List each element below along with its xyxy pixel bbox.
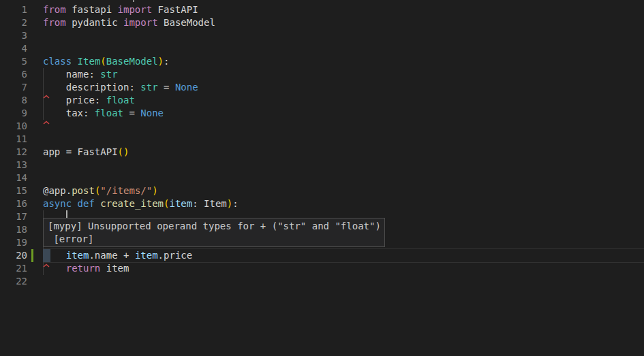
code-line[interactable]: 3: [0, 29, 644, 42]
code-line[interactable]: 20 item.name + item.price: [0, 249, 644, 262]
viewport-top-artifact: [133, 0, 134, 2]
code-line[interactable]: 10: [0, 120, 644, 133]
code-text: description: str = None: [43, 82, 198, 93]
code-text: tax: float = None: [43, 108, 164, 118]
line-number[interactable]: 13: [0, 159, 27, 172]
tooltip-message: [mypy] Unsupported operand types for + (…: [48, 220, 380, 233]
code-editor: 1from fastapi import FastAPI2from pydant…: [0, 0, 644, 356]
code-line[interactable]: 6 name: str: [0, 68, 644, 81]
line-number[interactable]: 15: [0, 184, 27, 197]
line-number[interactable]: 4: [0, 42, 27, 55]
line-number[interactable]: 20: [0, 249, 27, 262]
line-number[interactable]: 5: [0, 55, 27, 68]
line-number[interactable]: 21: [0, 262, 27, 275]
modified-line-indicator: [31, 249, 33, 262]
code-text: async def create_item(item: Item):: [43, 198, 239, 209]
line-number[interactable]: 18: [0, 223, 27, 236]
error-squiggle-icon: [43, 259, 50, 263]
code-line[interactable]: 7 description: str = None: [0, 81, 644, 94]
diagnostic-hover-tooltip[interactable]: [mypy] Unsupported operand types for + (…: [43, 218, 385, 247]
line-number[interactable]: 6: [0, 68, 27, 81]
code-line[interactable]: 9 tax: float = None: [0, 107, 644, 120]
code-text: return item: [43, 263, 129, 274]
line-number[interactable]: 16: [0, 197, 27, 210]
code-text: from fastapi import FastAPI: [43, 4, 198, 15]
code-text: from pydantic import BaseModel: [43, 17, 215, 28]
code-line[interactable]: 13: [0, 159, 644, 172]
line-number[interactable]: 22: [0, 275, 27, 288]
code-text: price: float: [43, 95, 135, 106]
tooltip-severity: [error]: [48, 233, 380, 246]
line-number[interactable]: 1: [0, 3, 27, 16]
code-text: name: str: [43, 69, 118, 80]
line-number[interactable]: 8: [0, 94, 27, 107]
code-text: class Item(BaseModel):: [43, 56, 169, 67]
code-line[interactable]: 1from fastapi import FastAPI: [0, 3, 644, 16]
line-number[interactable]: 17: [0, 210, 27, 223]
line-number[interactable]: 9: [0, 107, 27, 120]
error-squiggle-icon: [43, 90, 50, 94]
code-text: @app.post("/items/"): [43, 185, 158, 196]
line-number[interactable]: 3: [0, 29, 27, 42]
code-text: app = FastAPI(): [43, 146, 129, 157]
line-number[interactable]: 14: [0, 172, 27, 184]
code-line[interactable]: 11: [0, 133, 644, 146]
line-number[interactable]: 10: [0, 120, 27, 133]
code-line[interactable]: 22: [0, 275, 644, 288]
line-number[interactable]: 12: [0, 146, 27, 159]
code-line[interactable]: 21 return item: [0, 262, 644, 275]
code-text: item.name + item.price: [43, 250, 192, 261]
line-number[interactable]: 2: [0, 16, 27, 29]
code-line[interactable]: 8 price: float: [0, 94, 644, 107]
code-line[interactable]: 5class Item(BaseModel):: [0, 55, 644, 68]
line-number[interactable]: 11: [0, 133, 27, 146]
error-squiggle-icon: [43, 116, 50, 120]
code-line[interactable]: 15@app.post("/items/"): [0, 184, 644, 197]
code-line[interactable]: 4: [0, 42, 644, 55]
code-line[interactable]: 14: [0, 172, 644, 184]
code-line[interactable]: 2from pydantic import BaseModel: [0, 16, 644, 29]
code-line[interactable]: 12app = FastAPI(): [0, 146, 644, 159]
line-number[interactable]: 19: [0, 236, 27, 249]
line-number[interactable]: 7: [0, 81, 27, 94]
code-line[interactable]: 16async def create_item(item: Item):: [0, 197, 644, 210]
